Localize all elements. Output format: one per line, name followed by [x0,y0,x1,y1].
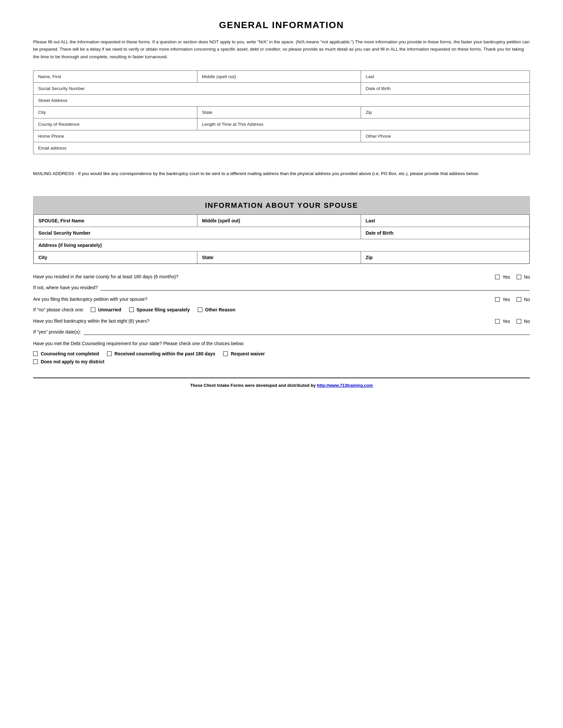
spouse-middle-label: Middle (spell out) [202,218,240,223]
does-not-apply-label: Does not apply to my district [41,359,104,364]
county-length-row: County of Residence Length of Time at Th… [33,118,530,130]
zip-cell: Zip [361,106,530,118]
q1-yes-option: Yes [495,274,510,280]
spouse-address-cell: Address (if living separately) [34,239,530,251]
does-not-apply-checkbox[interactable] [33,359,38,364]
spouse-state-label: State [202,255,213,260]
if-not-label: If not, where have you resided? [33,285,98,290]
request-waiver-option: Request waiver [223,351,265,356]
name-middle-cell: Middle (spell out) [197,70,361,82]
spouse-address-label: Address (if living separately) [38,243,102,248]
q5-yes-label: Yes [502,319,510,324]
request-waiver-label: Request waiver [231,351,265,356]
request-waiver-checkbox[interactable] [223,351,228,356]
q5-text: Have you filed bankruptcy within the las… [33,318,495,325]
city-label: City [38,110,46,115]
spouse-last-label: Last [366,218,375,223]
provide-dates-label: If "yes" provide date(s): [33,329,81,335]
q1-text: Have you resided in the same county for … [33,273,495,280]
name-last-cell: Last [361,70,530,82]
received-counseling-checkbox[interactable] [107,351,112,356]
q3-yes-checkbox[interactable] [495,297,500,302]
dob-cell: Date of Birth [361,82,530,94]
q4-unmarried-checkbox[interactable] [91,307,95,312]
street-row: Street Address [33,94,530,106]
name-middle-label: Middle (spell out) [202,74,236,79]
q4-other-reason-option: Other Reason [198,307,235,312]
footer-text-label: These Client Intake Forms were developed… [190,383,317,388]
counseling-options: Counseling not completed Received counse… [33,351,530,356]
other-phone-label: Other Phone [366,134,391,139]
home-phone-label: Home Phone [38,134,64,139]
spouse-city-state-zip-row: City State Zip [34,251,530,264]
mailing-note: MAILING ADDRESS - If you would like any … [33,167,530,180]
spouse-last-cell: Last [361,215,530,227]
q1-yes-checkbox[interactable] [495,275,500,279]
does-not-apply-row: Does not apply to my district [33,359,530,364]
q3-yes-label: Yes [502,297,510,302]
q4-spouse-separately-option: Spouse filing separately [129,307,190,312]
if-not-row: If not, where have you resided? [33,283,530,293]
city-cell: City [33,106,197,118]
footer-text: These Client Intake Forms were developed… [190,383,373,388]
name-first-cell: Name, First [33,70,197,82]
spouse-ssn-dob-row: Social Security Number Date of Birth [34,227,530,239]
spouse-section: INFORMATION ABOUT YOUR SPOUSE SPOUSE, Fi… [33,196,530,264]
q3-yes-no: Yes No [495,297,530,302]
spouse-middle-cell: Middle (spell out) [197,215,361,227]
q4-other-reason-checkbox[interactable] [198,307,202,312]
q1-row: Have you resided in the same county for … [33,271,530,283]
q1-no-option: No [517,274,530,280]
footer: These Client Intake Forms were developed… [33,378,530,388]
q1-yes-label: Yes [502,274,510,280]
if-no-options: Unmarried Spouse filing separately Other… [91,307,235,312]
state-cell: State [197,106,361,118]
spouse-info-table: SPOUSE, First Name Middle (spell out) La… [33,214,530,264]
spouse-city-cell: City [34,251,197,264]
q3-yes-option: Yes [495,297,510,302]
email-row: Email address [33,142,530,154]
if-not-field[interactable] [100,285,530,291]
q4-unmarried-option: Unmarried [91,307,121,312]
name-row: Name, First Middle (spell out) Last [33,70,530,82]
if-no-label: If "no" please check one: [33,307,84,312]
q5-no-checkbox[interactable] [517,319,521,324]
provide-dates-row: If "yes" provide date(s): [33,327,530,338]
q3-no-checkbox[interactable] [517,297,521,302]
phone-row: Home Phone Other Phone [33,130,530,142]
q5-no-label: No [524,319,530,324]
spouse-zip-cell: Zip [361,251,530,264]
counseling-not-completed-checkbox[interactable] [33,351,38,356]
spouse-dob-label: Date of Birth [366,230,394,236]
q4-spouse-separately-checkbox[interactable] [129,307,134,312]
spouse-address-row: Address (if living separately) [34,239,530,251]
home-phone-cell: Home Phone [33,130,361,142]
spouse-name-row: SPOUSE, First Name Middle (spell out) La… [34,215,530,227]
footer-link[interactable]: http://www.713training.com [317,383,373,388]
name-first-label: Name, First [38,74,61,79]
q4-unmarried-label: Unmarried [98,307,121,312]
length-label: Length of Time at This Address [202,122,263,127]
spouse-zip-label: Zip [366,255,373,260]
questions-section: Have you resided in the same county for … [33,271,530,364]
q3-no-label: No [524,297,530,302]
length-cell: Length of Time at This Address [197,118,530,130]
q5-row: Have you filed bankruptcy within the las… [33,315,530,327]
page-title: GENERAL INFORMATION [33,20,530,30]
counseling-not-completed-option: Counseling not completed [33,351,99,356]
ssn-label: Social Security Number [38,86,85,91]
spouse-ssn-cell: Social Security Number [34,227,361,239]
q7-text: Have you met the Debt Counseling require… [33,341,244,346]
spouse-first-label: SPOUSE, First Name [38,218,84,223]
provide-dates-field[interactable] [84,329,530,335]
q1-no-checkbox[interactable] [517,275,521,279]
q5-yes-option: Yes [495,319,510,324]
q4-spouse-separately-label: Spouse filing separately [136,307,190,312]
counseling-not-completed-label: Counseling not completed [41,351,99,356]
spouse-section-header: INFORMATION ABOUT YOUR SPOUSE [33,197,530,214]
q5-yes-checkbox[interactable] [495,319,500,324]
street-label: Street Address [38,98,68,103]
q4-other-reason-label: Other Reason [205,307,235,312]
q7-row: Have you met the Debt Counseling require… [33,338,530,348]
q5-no-option: No [517,319,530,324]
